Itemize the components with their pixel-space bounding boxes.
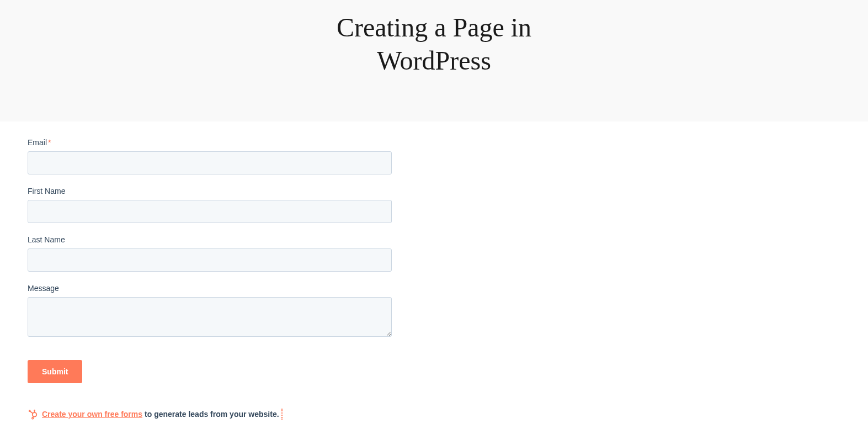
- svg-point-3: [32, 417, 34, 419]
- email-field-group: Email*: [28, 138, 392, 174]
- svg-line-4: [30, 411, 33, 414]
- firstname-input[interactable]: [28, 200, 392, 223]
- email-input[interactable]: [28, 151, 392, 174]
- hubspot-icon: [28, 409, 39, 420]
- page-title: Creating a Page in WordPress: [283, 11, 586, 77]
- promo-banner: Create your own free forms to generate l…: [28, 409, 283, 420]
- promo-tail-text: to generate leads from your website.: [145, 410, 279, 419]
- email-label-text: Email: [28, 138, 47, 147]
- lastname-label: Last Name: [28, 235, 392, 244]
- email-label: Email*: [28, 138, 392, 147]
- form-container: Email* First Name Last Name Message Subm…: [0, 121, 419, 434]
- message-textarea[interactable]: [28, 297, 392, 337]
- lastname-input[interactable]: [28, 248, 392, 272]
- firstname-label: First Name: [28, 187, 392, 195]
- message-label: Message: [28, 284, 392, 293]
- firstname-field-group: First Name: [28, 187, 392, 223]
- promo-link[interactable]: Create your own free forms: [42, 410, 142, 419]
- svg-line-6: [33, 416, 34, 418]
- message-field-group: Message: [28, 284, 392, 339]
- submit-button[interactable]: Submit: [28, 360, 82, 383]
- required-indicator: *: [48, 138, 51, 147]
- lastname-field-group: Last Name: [28, 235, 392, 272]
- page-header: Creating a Page in WordPress: [0, 0, 868, 121]
